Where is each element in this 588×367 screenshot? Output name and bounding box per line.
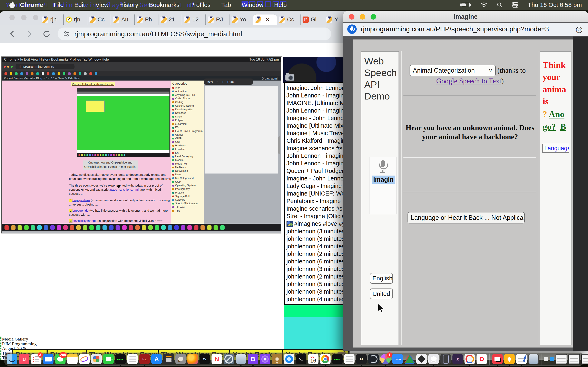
category-item[interactable]: Delphi xyxy=(172,115,203,119)
menubar-item-window[interactable]: Window xyxy=(242,1,264,8)
forward-icon[interactable] xyxy=(25,30,34,38)
music-icon[interactable]: ♫ xyxy=(19,354,29,364)
textedit-icon[interactable] xyxy=(127,354,138,364)
safari-icon[interactable] xyxy=(284,354,294,364)
video-list-item[interactable]: johnlennon (5 minutes, xyxy=(286,280,345,288)
another-go-link-2[interactable]: go? xyxy=(543,122,556,132)
category-item[interactable]: Event-Driven Programming xyxy=(172,129,203,133)
video-list-item[interactable]: johnlennon (4 minutes, xyxy=(286,295,345,303)
event-link[interactable]: onvisibilitychange xyxy=(72,219,96,222)
category-item[interactable]: Colour Matching xyxy=(172,104,203,108)
video-list-item[interactable]: IMAGINE. [Ultimate Mix xyxy=(286,99,345,107)
messages-icon[interactable]: 208 xyxy=(55,354,66,364)
category-item[interactable]: Software xyxy=(172,198,203,202)
category-item[interactable]: GIMP xyxy=(172,137,203,141)
video-list-item[interactable]: Imagine: John Lennon ( xyxy=(286,84,345,92)
category-item[interactable]: Networking xyxy=(172,169,203,173)
video-list-item[interactable]: Chris Kläfford - Imagine xyxy=(286,137,345,145)
category-item[interactable]: Eclipse xyxy=(172,119,203,122)
category-item[interactable]: Music Poll xyxy=(172,162,203,166)
browser-tab-8[interactable]: RJ xyxy=(206,15,229,25)
nested-scrollbar[interactable] xyxy=(278,136,280,154)
obs-icon[interactable] xyxy=(368,354,379,364)
min-window-1[interactable] xyxy=(555,354,567,364)
zoom-out-button[interactable]: − xyxy=(216,80,218,83)
control-center-icon[interactable] xyxy=(512,2,518,8)
browser-tab-9[interactable]: Yo xyxy=(229,15,253,25)
video-list-item[interactable]: Pentatonix - Imagine [O xyxy=(286,197,345,205)
preview-icon[interactable] xyxy=(236,354,246,364)
browser-tab-6[interactable]: 21 xyxy=(158,15,182,25)
menubar-item-history[interactable]: History xyxy=(119,1,138,8)
eye-icon[interactable]: ◎ xyxy=(576,25,583,34)
category-item[interactable]: Projects xyxy=(172,191,203,195)
imagine-window-controls[interactable] xyxy=(349,14,376,20)
video-list-item[interactable]: johnlennon (3 minutes, xyxy=(286,227,345,235)
video-list-item[interactable]: Lady Gaga - Imagine [L xyxy=(286,182,345,190)
imagine-titlebar[interactable]: Imagine xyxy=(343,11,588,22)
browser-tab-12[interactable]: EGi xyxy=(301,15,324,25)
category-item[interactable]: Hardware xyxy=(172,144,203,148)
video-list-item[interactable]: Strei - Imagine [Official xyxy=(286,212,345,220)
page-transitions-link[interactable]: pageTransitions.html xyxy=(110,188,139,191)
gimp-icon[interactable] xyxy=(175,354,186,364)
video-list-item[interactable]: Imagine [Ultimate Mix] ( xyxy=(286,122,345,129)
apple-tv-icon[interactable]: tv xyxy=(199,354,210,364)
calendar-icon[interactable]: OCT16 xyxy=(308,354,319,364)
do-not-sign-icon[interactable] xyxy=(224,354,234,364)
textedit-2-icon[interactable] xyxy=(344,354,355,364)
podcasts-icon[interactable] xyxy=(260,354,270,364)
category-dropdown[interactable]: Animal Categorization∨ xyxy=(410,65,496,76)
video-list-item[interactable]: Imagine - John Lennon xyxy=(286,114,345,122)
menubar-item-chrome[interactable]: Chrome xyxy=(20,1,43,8)
window-snapshot-icon[interactable] xyxy=(528,354,539,364)
menubar-item-tab[interactable]: Tab xyxy=(221,1,231,8)
video-list-item[interactable]: Imagine | Music Travel L xyxy=(286,129,345,137)
video-list-item[interactable]: Imagine scenarios #sho xyxy=(286,145,345,152)
video-list-item[interactable]: johnlennon (6 minutes, xyxy=(286,258,345,265)
tab-close-icon[interactable]: × xyxy=(266,16,269,23)
sticker-face-icon[interactable] xyxy=(452,354,463,364)
category-item[interactable]: ESL xyxy=(172,126,203,129)
wifi-icon[interactable] xyxy=(480,2,487,8)
category-item[interactable]: Operating System xyxy=(172,184,203,187)
mini-ghost[interactable] xyxy=(544,357,548,361)
mail-icon[interactable] xyxy=(43,354,53,364)
event-link[interactable]: onpagehide xyxy=(72,209,88,212)
category-item[interactable]: Moodle xyxy=(172,158,203,162)
calculator-icon[interactable] xyxy=(163,354,174,364)
category-item[interactable]: eLearning xyxy=(172,122,203,126)
imagine-url-text[interactable]: rjmprogramming.com.au/PHP/speech_supervi… xyxy=(361,25,571,33)
address-bar[interactable]: rjmprogramming.com.au/HTMLCSS/swipe_medi… xyxy=(58,27,331,40)
category-item[interactable]: Ajax xyxy=(172,86,203,90)
menu-clock[interactable]: Thu 16 Oct 6:58 pm xyxy=(528,1,582,8)
finder-icon[interactable] xyxy=(7,354,17,364)
category-item[interactable]: Tips xyxy=(172,209,203,213)
reload-icon[interactable] xyxy=(43,30,51,38)
menubar-item-edit[interactable]: Edit xyxy=(74,1,85,8)
launchpad-icon[interactable] xyxy=(91,354,102,364)
firefox-icon[interactable] xyxy=(187,354,198,364)
category-item[interactable]: NetBeans xyxy=(172,166,203,169)
video-list-item[interactable]: johnlennon (3 minutes, xyxy=(286,235,345,243)
video-list-item[interactable]: johnlennon (2 minutes, xyxy=(286,273,345,280)
video-list-item[interactable]: johnlennon (4 minutes, xyxy=(286,243,345,250)
microphone-icon[interactable] xyxy=(347,25,357,34)
video-list-item[interactable]: johnlennon (2 minutes, xyxy=(286,250,345,258)
category-item[interactable]: Land Surveying xyxy=(172,155,203,158)
category-item[interactable]: Data Integration xyxy=(172,108,203,111)
terminal-exec-2-icon[interactable]: exec xyxy=(332,354,343,364)
intellij-icon[interactable]: IJ xyxy=(356,354,367,364)
category-item[interactable]: News xyxy=(172,173,203,176)
kaleidoscope-icon[interactable] xyxy=(404,354,415,364)
paint-palette-icon[interactable]: 1 xyxy=(380,354,391,364)
video-list-item[interactable]: Imagine [UNICEF: Worl xyxy=(286,190,345,197)
site-settings-icon[interactable] xyxy=(63,30,70,37)
category-item[interactable]: GUI xyxy=(172,140,203,144)
b-link[interactable]: B xyxy=(560,122,566,132)
news-icon[interactable]: N xyxy=(212,354,222,364)
speedometer-icon[interactable] xyxy=(465,354,475,364)
browser-tab-7[interactable]: 12 xyxy=(182,15,206,25)
another-go-link[interactable]: Ano xyxy=(549,109,564,119)
big-microphone-icon[interactable] xyxy=(378,160,387,175)
